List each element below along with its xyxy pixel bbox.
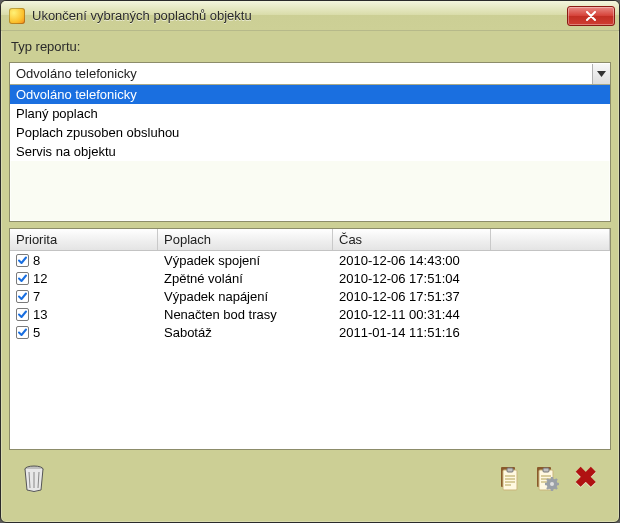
report-type-combobox[interactable]: Odvoláno telefonicky [10,63,610,85]
clipboard-gear-icon [534,464,560,492]
cell-time: 2010-12-06 17:51:37 [333,289,491,304]
clipboard-settings-button[interactable] [532,463,562,493]
report-type-panel: Odvoláno telefonicky Odvoláno telefonick… [9,62,611,222]
report-type-option[interactable]: Planý poplach [10,104,610,123]
dialog-footer: ✖ [9,456,611,500]
svg-rect-2 [503,470,517,490]
table-row[interactable]: 5Sabotáž2011-01-14 11:51:16 [10,323,610,341]
cell-priority: 12 [10,271,158,286]
svg-line-14 [555,487,557,489]
row-checkbox[interactable] [16,254,29,267]
row-checkbox[interactable] [16,272,29,285]
svg-rect-6 [543,468,549,472]
trash-icon [22,464,46,492]
table-row[interactable]: 7Výpadek napájení2010-12-06 17:51:37 [10,287,610,305]
row-checkbox[interactable] [16,308,29,321]
cell-time: 2010-12-11 00:31:44 [333,307,491,322]
cell-alarm: Výpadek napájení [158,289,333,304]
dialog-window: Ukončení vybraných poplachů objektu Typ … [0,0,620,523]
grid-body: 8Výpadek spojení2010-12-06 14:43:0012Zpě… [10,251,610,449]
cell-time: 2010-12-06 17:51:04 [333,271,491,286]
table-row[interactable]: 8Výpadek spojení2010-12-06 14:43:00 [10,251,610,269]
row-checkbox[interactable] [16,326,29,339]
cell-priority: 7 [10,289,158,304]
priority-value: 8 [33,253,40,268]
close-icon [585,11,597,21]
dialog-body: Typ reportu: Odvoláno telefonicky Odvolá… [1,31,619,522]
svg-line-15 [547,487,549,489]
report-type-listbox: Odvoláno telefonicky Planý poplach Popla… [10,85,610,161]
cell-priority: 5 [10,325,158,340]
clipboard-button[interactable] [494,463,524,493]
cell-time: 2010-12-06 14:43:00 [333,253,491,268]
column-header-time[interactable]: Čas [333,229,491,250]
cell-alarm: Nenačten bod trasy [158,307,333,322]
cell-priority: 13 [10,307,158,322]
cancel-button[interactable]: ✖ [570,464,601,492]
alarms-grid: Priorita Poplach Čas 8Výpadek spojení201… [9,228,611,450]
svg-line-13 [547,479,549,481]
cell-alarm: Zpětné volání [158,271,333,286]
svg-line-16 [555,479,557,481]
app-icon [9,8,25,24]
cell-alarm: Výpadek spojení [158,253,333,268]
titlebar: Ukončení vybraných poplachů objektu [1,1,619,31]
svg-point-8 [550,482,554,486]
priority-value: 12 [33,271,47,286]
table-row[interactable]: 12Zpětné volání2010-12-06 17:51:04 [10,269,610,287]
cell-alarm: Sabotáž [158,325,333,340]
window-close-button[interactable] [567,6,615,26]
priority-value: 5 [33,325,40,340]
grid-header: Priorita Poplach Čas [10,229,610,251]
svg-rect-3 [507,468,513,472]
column-header-empty [491,229,610,250]
column-header-alarm[interactable]: Poplach [158,229,333,250]
window-title: Ukončení vybraných poplachů objektu [32,8,567,23]
report-type-label: Typ reportu: [9,37,611,56]
report-type-option[interactable]: Servis na objektu [10,142,610,161]
cancel-icon: ✖ [574,462,597,493]
report-type-option[interactable]: Poplach zpusoben obsluhou [10,123,610,142]
cell-time: 2011-01-14 11:51:16 [333,325,491,340]
trash-button[interactable] [19,463,49,493]
priority-value: 7 [33,289,40,304]
chevron-down-icon[interactable] [592,64,610,84]
combobox-selected-value: Odvoláno telefonicky [16,66,592,81]
table-row[interactable]: 13Nenačten bod trasy2010-12-11 00:31:44 [10,305,610,323]
column-header-priority[interactable]: Priorita [10,229,158,250]
report-type-option[interactable]: Odvoláno telefonicky [10,85,610,104]
row-checkbox[interactable] [16,290,29,303]
priority-value: 13 [33,307,47,322]
clipboard-icon [497,464,521,492]
cell-priority: 8 [10,253,158,268]
